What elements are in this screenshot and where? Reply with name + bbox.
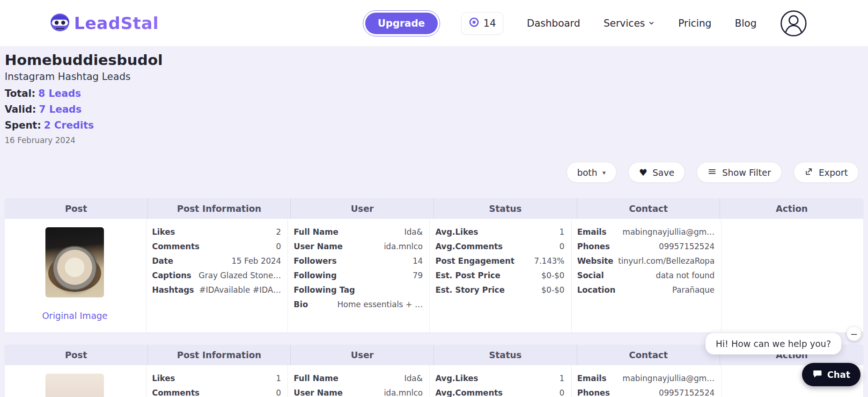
field-row: Emails mabingnayjullia@gm… <box>577 374 715 383</box>
field-label: Est. Post Price <box>435 271 500 280</box>
show-filter-button[interactable]: Show Filter <box>697 162 781 183</box>
field-label: Captions <box>152 271 191 280</box>
contact-cell: Emails mabingnayjullia@gm… Phones 099571… <box>572 365 722 397</box>
total-leads-stat: Total:8 Leads <box>5 88 868 99</box>
action-cell <box>721 219 863 332</box>
field-label: Likes <box>152 227 175 237</box>
field-row: Website tinyurl.com/BellezaRopa <box>577 256 715 266</box>
field-value: 0 <box>276 242 281 251</box>
field-label: Bio <box>294 300 308 309</box>
field-row: Est. Story Price $0-$0 <box>435 285 565 295</box>
chat-button[interactable]: Chat <box>802 363 861 386</box>
nav-services[interactable]: Services <box>603 18 655 29</box>
field-row: Comments 0 <box>152 242 281 251</box>
lead-summary: Homebuddiesbudol Instagram Hashtag Leads… <box>0 47 868 145</box>
lead-card-1: Post Post Information User Status Contac… <box>5 198 863 332</box>
field-value: 15 Feb 2024 <box>232 256 281 266</box>
field-row: Avg.Likes 1 <box>435 374 565 383</box>
field-value: 1 <box>559 374 565 383</box>
column-header-post: Post <box>5 198 148 219</box>
credits-count: 14 <box>484 18 496 29</box>
field-row: Avg.Likes 1 <box>435 227 565 237</box>
valid-leads-stat: Valid:7 Leads <box>5 104 868 115</box>
field-row: Phones 09957152524 <box>577 388 715 397</box>
field-value: Gray Glazed Stone… <box>199 271 281 280</box>
credits-badge[interactable]: 14 <box>461 12 504 35</box>
nav-dashboard[interactable]: Dashboard <box>527 18 580 29</box>
post-information-cell: Likes 2 Comments 0 Date 15 Feb 2024 Capt… <box>147 219 288 332</box>
field-label: Emails <box>577 227 607 237</box>
field-value: 79 <box>412 271 423 280</box>
field-label: User Name <box>294 388 343 397</box>
post-cell <box>5 365 147 397</box>
column-header-status: Status <box>434 198 577 219</box>
field-label: Phones <box>577 388 610 397</box>
field-label: Date <box>152 256 173 266</box>
field-label: User Name <box>294 242 343 251</box>
main-nav: Dashboard Services Pricing Blog <box>527 18 757 29</box>
user-avatar[interactable] <box>780 10 807 37</box>
field-row: Post Engagement 7.143% <box>435 256 565 266</box>
column-header-status: Status <box>434 345 577 365</box>
field-label: Website <box>577 256 613 266</box>
export-button[interactable]: Export <box>794 162 859 183</box>
save-button[interactable]: ♥ Save <box>628 162 685 183</box>
toolbar: both ▾ ♥ Save Show Filter Export <box>0 162 859 183</box>
field-label: Hashtags <box>152 285 194 295</box>
field-label: Following <box>294 271 337 280</box>
field-label: Likes <box>152 374 175 383</box>
heart-icon: ♥ <box>639 168 647 177</box>
column-header-action: Action <box>720 198 863 219</box>
field-label: Comments <box>152 242 199 251</box>
chat-minimize-button[interactable]: – <box>847 327 861 341</box>
field-value: 0 <box>559 388 565 397</box>
field-row: Avg.Comments 0 <box>435 388 565 397</box>
field-row: Avg.Comments 0 <box>435 242 565 251</box>
post-thumbnail[interactable] <box>45 227 104 297</box>
column-header-post: Post <box>5 345 148 365</box>
field-value: 09957152524 <box>659 242 714 251</box>
field-value: Ida& <box>405 227 423 237</box>
contact-cell: Emails mabingnayjullia@gm… Phones 099571… <box>572 219 722 332</box>
field-label: Avg.Likes <box>435 374 478 383</box>
coin-icon <box>469 17 479 30</box>
filter-mode-select[interactable]: both ▾ <box>566 162 617 183</box>
field-row: Hashtags #IDAvailable #IDA… <box>152 285 281 295</box>
field-value: $0-$0 <box>541 271 564 280</box>
field-value: 0 <box>559 242 565 251</box>
table-header-row: Post Post Information User Status Contac… <box>5 198 863 219</box>
field-value: Ida& <box>405 374 423 383</box>
export-icon <box>804 167 814 178</box>
nav-blog[interactable]: Blog <box>735 18 757 29</box>
field-label: Avg.Comments <box>435 242 503 251</box>
status-cell: Avg.Likes 1 Avg.Comments 0 Post Engageme… <box>430 219 572 332</box>
column-header-user: User <box>291 345 434 365</box>
field-row: Full Name Ida& <box>294 374 423 383</box>
column-header-post-information: Post Information <box>148 345 291 365</box>
field-value: mabingnayjullia@gm… <box>623 374 715 383</box>
post-cell: Original Image <box>5 219 147 332</box>
field-row: Comments 0 <box>152 388 281 397</box>
nav-pricing[interactable]: Pricing <box>678 18 712 29</box>
field-row: Followers 14 <box>294 256 423 266</box>
column-header-contact: Contact <box>577 345 721 365</box>
logo[interactable]: LeadStal <box>49 12 159 35</box>
original-image-link[interactable]: Original Image <box>42 310 108 321</box>
field-row: Emails mabingnayjullia@gm… <box>577 227 715 237</box>
post-thumbnail[interactable] <box>45 374 104 397</box>
field-value: ida.mnlco <box>384 242 423 251</box>
field-row: Captions Gray Glazed Stone… <box>152 271 281 280</box>
select-caret-icon: ▾ <box>603 169 606 176</box>
field-value: ida.mnlco <box>384 388 423 397</box>
table-row: Original Image Likes 2 Comments 0 Date 1… <box>5 219 863 332</box>
field-value: 14 <box>412 256 423 266</box>
field-value: data not found <box>656 271 715 280</box>
upgrade-button[interactable]: Upgrade <box>365 13 438 34</box>
field-row: Est. Post Price $0-$0 <box>435 271 565 280</box>
field-label: Emails <box>577 374 607 383</box>
field-value: #IDAvailable #IDA… <box>199 285 281 295</box>
field-value: 1 <box>276 374 281 383</box>
spent-credits-stat: Spent:2 Credits <box>5 120 868 131</box>
field-label: Location <box>577 285 616 295</box>
field-row: User Name ida.mnlco <box>294 242 423 251</box>
